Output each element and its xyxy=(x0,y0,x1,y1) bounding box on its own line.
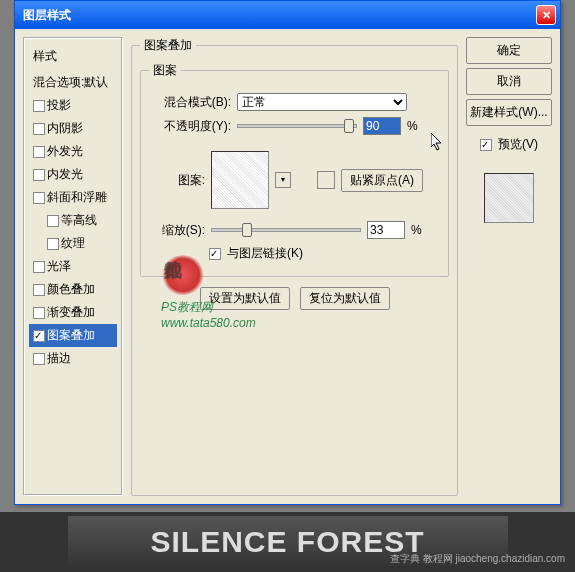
sidebar-label-11: 描边 xyxy=(47,350,71,367)
ok-button[interactable]: 确定 xyxy=(466,37,552,64)
close-button[interactable]: ✕ xyxy=(536,5,556,25)
opacity-slider[interactable] xyxy=(237,124,357,128)
sidebar-item-0[interactable]: 投影 xyxy=(29,94,117,117)
cancel-button[interactable]: 取消 xyxy=(466,68,552,95)
sidebar-item-5[interactable]: 等高线 xyxy=(29,209,117,232)
settings-panel: 图案叠加 图案 混合模式(B): 正常 不透明度(Y): xyxy=(131,37,458,496)
pattern-label: 图案: xyxy=(149,172,205,189)
link-with-layer-label: 与图层链接(K) xyxy=(227,245,303,262)
main-title: 图案叠加 xyxy=(140,37,196,54)
link-with-layer-checkbox[interactable] xyxy=(209,248,221,260)
sidebar-label-1: 内阴影 xyxy=(47,120,83,137)
sidebar-item-1[interactable]: 内阴影 xyxy=(29,117,117,140)
pattern-dropdown-button[interactable]: ▾ xyxy=(275,172,291,188)
preview-label: 预览(V) xyxy=(498,136,538,153)
pattern-swatch[interactable] xyxy=(211,151,269,209)
opacity-suffix: % xyxy=(407,119,418,133)
sidebar-item-10[interactable]: 图案叠加 xyxy=(29,324,117,347)
preview-checkbox[interactable] xyxy=(480,139,492,151)
sidebar-label-7: 光泽 xyxy=(47,258,71,275)
sidebar-label-2: 外发光 xyxy=(47,143,83,160)
sidebar-label-5: 等高线 xyxy=(61,212,97,229)
sidebar-checkbox-5[interactable] xyxy=(47,215,59,227)
scale-slider[interactable] xyxy=(211,228,361,232)
snap-origin-button[interactable]: 贴紧原点(A) xyxy=(341,169,423,192)
opacity-slider-thumb[interactable] xyxy=(344,119,354,133)
sidebar-label-10: 图案叠加 xyxy=(47,327,95,344)
scale-label: 缩放(S): xyxy=(149,222,205,239)
sidebar-checkbox-6[interactable] xyxy=(47,238,59,250)
sidebar-header[interactable]: 样式 xyxy=(29,45,117,71)
sidebar-checkbox-10[interactable] xyxy=(33,330,45,342)
blend-mode-label: 混合模式(B): xyxy=(149,94,231,111)
footer-watermark: 查字典 教程网 jiaocheng.chazidian.com xyxy=(390,552,565,566)
sidebar-checkbox-4[interactable] xyxy=(33,192,45,204)
pattern-group-label: 图案 xyxy=(149,62,181,79)
sidebar-item-2[interactable]: 外发光 xyxy=(29,140,117,163)
snap-icon-button[interactable] xyxy=(317,171,335,189)
sidebar-label-4: 斜面和浮雕 xyxy=(47,189,107,206)
window-title: 图层样式 xyxy=(19,7,536,24)
scale-slider-thumb[interactable] xyxy=(242,223,252,237)
titlebar[interactable]: 图层样式 ✕ xyxy=(15,1,560,29)
reset-default-button[interactable]: 复位为默认值 xyxy=(300,287,390,310)
sidebar-item-7[interactable]: 光泽 xyxy=(29,255,117,278)
layer-style-dialog: 图层样式 ✕ 样式 混合选项:默认 投影内阴影外发光内发光斜面和浮雕等高线纹理光… xyxy=(14,0,561,505)
sidebar-label-9: 渐变叠加 xyxy=(47,304,95,321)
sidebar-checkbox-7[interactable] xyxy=(33,261,45,273)
opacity-label: 不透明度(Y): xyxy=(149,118,231,135)
preview-swatch xyxy=(484,173,534,223)
sidebar-item-6[interactable]: 纹理 xyxy=(29,232,117,255)
sidebar-checkbox-0[interactable] xyxy=(33,100,45,112)
sidebar-checkbox-1[interactable] xyxy=(33,123,45,135)
scale-input[interactable] xyxy=(367,221,405,239)
scale-suffix: % xyxy=(411,223,422,237)
footer: SILENCE FOREST 查字典 教程网 jiaocheng.chazidi… xyxy=(0,512,575,572)
sidebar-label-6: 纹理 xyxy=(61,235,85,252)
sidebar-item-3[interactable]: 内发光 xyxy=(29,163,117,186)
sidebar-checkbox-2[interactable] xyxy=(33,146,45,158)
sidebar-item-8[interactable]: 颜色叠加 xyxy=(29,278,117,301)
sidebar-checkbox-11[interactable] xyxy=(33,353,45,365)
styles-sidebar: 样式 混合选项:默认 投影内阴影外发光内发光斜面和浮雕等高线纹理光泽颜色叠加渐变… xyxy=(23,37,123,496)
sidebar-item-4[interactable]: 斜面和浮雕 xyxy=(29,186,117,209)
sidebar-label-3: 内发光 xyxy=(47,166,83,183)
opacity-input[interactable] xyxy=(363,117,401,135)
blend-mode-select[interactable]: 正常 xyxy=(237,93,407,111)
sidebar-checkbox-3[interactable] xyxy=(33,169,45,181)
sidebar-item-11[interactable]: 描边 xyxy=(29,347,117,370)
set-default-button[interactable]: 设置为默认值 xyxy=(200,287,290,310)
sidebar-label-0: 投影 xyxy=(47,97,71,114)
sidebar-label-8: 颜色叠加 xyxy=(47,281,95,298)
sidebar-checkbox-9[interactable] xyxy=(33,307,45,319)
new-style-button[interactable]: 新建样式(W)... xyxy=(466,99,552,126)
sidebar-item-9[interactable]: 渐变叠加 xyxy=(29,301,117,324)
sidebar-checkbox-8[interactable] xyxy=(33,284,45,296)
sidebar-blending-options[interactable]: 混合选项:默认 xyxy=(29,71,117,94)
action-panel: 确定 取消 新建样式(W)... 预览(V) xyxy=(466,37,552,496)
